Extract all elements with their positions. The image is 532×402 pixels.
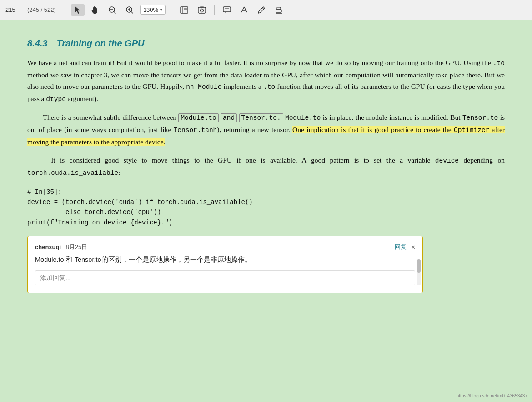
- toolbar: 215 (245 / 522) 130% ▾: [0, 0, 532, 20]
- svg-rect-15: [223, 7, 231, 12]
- code-dtype: dtype: [46, 96, 66, 103]
- svg-rect-24: [277, 7, 281, 10]
- page-number: 215: [5, 6, 24, 13]
- hand-icon: [91, 6, 99, 14]
- paragraph-1: We have a net and can train it! But it w…: [27, 57, 505, 105]
- comment-icon: [223, 6, 231, 14]
- svg-marker-0: [75, 6, 80, 14]
- watermark: https://blog.csdn.net/m0_43653437: [457, 393, 527, 398]
- section-number: 8.4.3: [27, 38, 47, 49]
- code-line-1: device = (torch.device('cuda') if torch.…: [27, 197, 505, 207]
- code-device: device: [435, 157, 459, 164]
- comment-date: 8月25日: [66, 244, 88, 250]
- code-optimizer-highlight: Optimizer: [454, 127, 489, 134]
- comment-author: chenxuqi: [35, 244, 61, 250]
- svg-line-20: [244, 7, 247, 12]
- comment-scrollbar[interactable]: [417, 259, 421, 285]
- code-to-2: .to: [263, 83, 275, 91]
- toolbar-divider-2: [171, 5, 171, 15]
- page-info: (245 / 522): [27, 6, 56, 13]
- select-tool-button[interactable]: [71, 4, 85, 16]
- comment-actions: 回复 ×: [395, 243, 415, 251]
- code-nn-module: nn.Module: [186, 83, 221, 91]
- zoom-out-button[interactable]: [105, 4, 119, 16]
- code-line-2: else torch.device('cpu')): [27, 207, 505, 217]
- comment-card: chenxuqi 8月25日 回复 × Module.to 和 Tensor.t…: [27, 236, 423, 293]
- stamp-icon: [275, 6, 283, 14]
- svg-rect-23: [276, 10, 281, 12]
- zoom-control[interactable]: 130% ▾: [140, 5, 166, 15]
- comment-header: chenxuqi 8月25日 回复 ×: [35, 243, 415, 251]
- code-tensor-to-2: Tensor.to: [462, 114, 498, 122]
- content-area: 8.4.3 Training on the GPU We have a net …: [0, 20, 532, 311]
- toolbar-divider-3: [214, 5, 215, 15]
- code-and-boxed: and: [221, 113, 237, 122]
- toolbar-divider-1: [65, 5, 65, 15]
- section-heading: 8.4.3 Training on the GPU: [27, 38, 505, 49]
- code-cuda-available: torch.cuda.is_available: [27, 169, 118, 177]
- svg-line-3: [114, 11, 115, 13]
- zoom-in-button[interactable]: [123, 4, 136, 16]
- snapshot-button[interactable]: [195, 4, 209, 16]
- paragraph-3: It is considered good style to move thin…: [27, 154, 505, 179]
- code-comment: # In[35]:: [27, 187, 505, 197]
- pen-icon: [257, 6, 266, 14]
- highlight-button[interactable]: [237, 4, 251, 16]
- comment-button[interactable]: [220, 4, 234, 16]
- comment-scrollbar-thumb: [417, 259, 421, 273]
- code-tensor-to-boxed: Tensor.to.: [239, 113, 283, 122]
- section-title: Training on the GPU: [56, 38, 144, 49]
- fit-page-icon: [180, 6, 189, 14]
- svg-line-7: [131, 11, 133, 13]
- svg-line-19: [241, 7, 244, 12]
- zoom-out-icon: [108, 6, 116, 14]
- zoom-in-icon: [125, 6, 134, 14]
- code-module-to-2: Module.to: [285, 114, 321, 122]
- stamp-button[interactable]: [272, 4, 286, 16]
- comment-close-button[interactable]: ×: [411, 243, 415, 251]
- zoom-level: 130%: [143, 6, 158, 13]
- comment-reply-button[interactable]: 回复: [395, 243, 407, 251]
- code-tensor-tanh: Tensor.tanh: [174, 127, 217, 134]
- code-block: # In[35]: device = (torch.device('cuda')…: [27, 187, 505, 228]
- code-to-1: .to: [493, 60, 505, 67]
- svg-line-22: [262, 8, 264, 9]
- highlighted-text: One implication is that it is good pract…: [27, 126, 505, 146]
- zoom-dropdown-icon[interactable]: ▾: [160, 7, 162, 12]
- comment-author-info: chenxuqi 8月25日: [35, 243, 87, 251]
- code-line-3: print(f"Training on device {device}."): [27, 218, 505, 228]
- snapshot-icon: [198, 6, 206, 14]
- comment-reply-input[interactable]: [35, 270, 415, 285]
- comment-body: Module.to 和 Tensor.to的区别，一个是原地操作，另一个是非原地…: [35, 255, 415, 265]
- svg-marker-18: [225, 12, 226, 13]
- svg-point-14: [201, 9, 204, 12]
- svg-rect-11: [184, 8, 187, 10]
- highlight-icon: [240, 6, 248, 14]
- pan-tool-button[interactable]: [88, 4, 102, 16]
- pen-button[interactable]: [255, 4, 268, 16]
- paragraph-2: There is a somewhat subtle difference be…: [27, 112, 505, 148]
- cursor-icon: [74, 6, 82, 14]
- code-module-to-boxed: Module.to: [178, 113, 218, 122]
- fit-page-button[interactable]: [177, 4, 191, 16]
